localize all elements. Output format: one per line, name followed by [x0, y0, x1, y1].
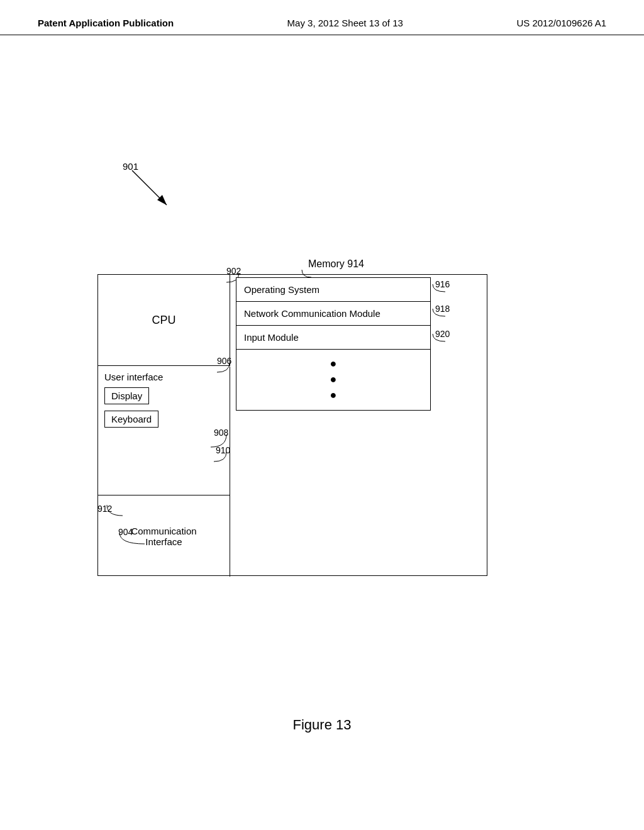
- network-comm-label: Network Communication Module: [244, 308, 380, 319]
- ref-920-label: 920: [435, 329, 450, 339]
- network-comm-row: Network Communication Module: [236, 301, 431, 325]
- ref-906-label: 906: [217, 356, 231, 366]
- memory-dots-row: ●●●: [236, 349, 431, 411]
- page-header: Patent Application Publication May 3, 20…: [0, 0, 644, 35]
- input-module-row: Input Module: [236, 325, 431, 349]
- arrow-901: [126, 167, 176, 211]
- ref-918-label: 918: [435, 304, 450, 314]
- ref-904-label: 904: [118, 527, 133, 537]
- operating-system-row: Operating System: [236, 277, 431, 301]
- diagram-area: 901 CPU User interface Display Keyboard …: [0, 35, 644, 790]
- memory-table: Operating System Network Communication M…: [236, 277, 431, 411]
- publication-label: Patent Application Publication: [38, 18, 174, 28]
- cpu-box: CPU: [98, 275, 230, 366]
- keyboard-box: Keyboard: [104, 411, 158, 428]
- patent-number-label: US 2012/0109626 A1: [516, 18, 606, 28]
- ref-916-label: 916: [435, 279, 450, 289]
- operating-system-label: Operating System: [244, 284, 319, 295]
- ref-902-label: 902: [226, 266, 241, 276]
- bracket-912: [104, 502, 135, 517]
- figure-caption: Figure 13: [0, 717, 644, 733]
- display-box: Display: [104, 387, 149, 404]
- cpu-label: CPU: [152, 314, 175, 327]
- ref-908-label: 908: [214, 428, 228, 438]
- date-sheet-label: May 3, 2012 Sheet 13 of 13: [287, 18, 403, 28]
- input-module-label: Input Module: [244, 332, 299, 343]
- ref-910-label: 910: [216, 445, 230, 455]
